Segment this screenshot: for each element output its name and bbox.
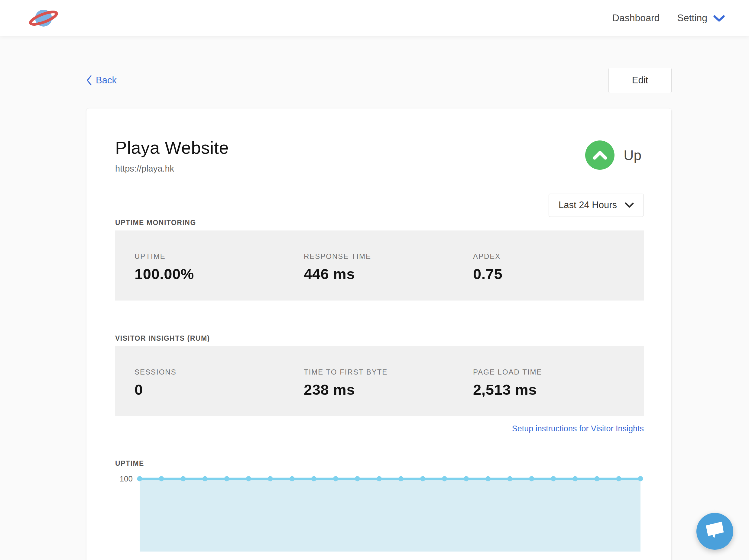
stat-apdex: APDEX 0.75 bbox=[454, 230, 508, 300]
chat-widget-button[interactable] bbox=[697, 513, 733, 550]
setup-instructions-link[interactable]: Setup instructions for Visitor Insights bbox=[512, 424, 644, 433]
visitor-insights-section-title: VISITOR INSIGHTS (RUM) bbox=[115, 334, 644, 342]
app-logo[interactable] bbox=[24, 4, 64, 31]
status-badge: Up bbox=[585, 140, 641, 170]
time-range-select[interactable]: Last 24 Hours bbox=[549, 194, 644, 217]
back-label: Back bbox=[96, 75, 117, 86]
time-range-value: Last 24 Hours bbox=[559, 200, 617, 210]
stat-sessions: SESSIONS 0 bbox=[115, 346, 284, 416]
stat-page-load: PAGE LOAD TIME 2,513 ms bbox=[454, 346, 548, 416]
stat-value: 100.00% bbox=[134, 266, 278, 283]
main-nav: Dashboard Setting bbox=[613, 13, 725, 24]
time-range-row: Last 24 Hours bbox=[115, 194, 644, 217]
stat-uptime: UPTIME 100.00% bbox=[115, 230, 284, 300]
monitor-url: https://playa.hk bbox=[115, 164, 229, 174]
uptime-monitoring-section-title: UPTIME MONITORING bbox=[115, 219, 644, 227]
nav-item-dashboard[interactable]: Dashboard bbox=[613, 13, 660, 24]
nav-item-setting[interactable]: Setting bbox=[677, 13, 725, 24]
visitor-insights-panel: SESSIONS 0 TIME TO FIRST BYTE 238 ms PAG… bbox=[115, 346, 644, 416]
stat-label: TIME TO FIRST BYTE bbox=[304, 368, 448, 376]
uptime-chart-plot[interactable] bbox=[137, 476, 643, 552]
y-axis-tick-100: 100 bbox=[118, 474, 133, 484]
stat-ttfb: TIME TO FIRST BYTE 238 ms bbox=[284, 346, 454, 416]
uptime-monitoring-panel: UPTIME 100.00% RESPONSE TIME 446 ms APDE… bbox=[115, 230, 644, 300]
stat-value: 238 ms bbox=[304, 381, 448, 398]
stat-label: UPTIME bbox=[134, 252, 278, 261]
stat-value: 0.75 bbox=[473, 266, 502, 283]
stat-label: SESSIONS bbox=[134, 368, 278, 376]
card-header: Playa Website https://playa.hk Up bbox=[115, 139, 644, 174]
chat-bubble-icon bbox=[703, 520, 727, 542]
chevron-up-status-icon bbox=[593, 150, 607, 160]
back-link[interactable]: Back bbox=[86, 75, 117, 86]
top-header: Dashboard Setting bbox=[0, 0, 749, 36]
stat-value: 446 ms bbox=[304, 266, 448, 283]
page-toolbar: Back Edit bbox=[86, 67, 671, 93]
chevron-down-icon bbox=[625, 202, 634, 208]
status-label: Up bbox=[624, 147, 641, 163]
stat-label: RESPONSE TIME bbox=[304, 252, 448, 261]
nav-dashboard-label: Dashboard bbox=[613, 13, 660, 24]
edit-button[interactable]: Edit bbox=[608, 68, 671, 93]
planet-logo-icon bbox=[24, 4, 64, 31]
stat-label: APDEX bbox=[473, 252, 502, 261]
monitor-card: Playa Website https://playa.hk Up Last 2… bbox=[86, 108, 671, 560]
chevron-left-icon bbox=[86, 75, 92, 86]
setup-link-row: Setup instructions for Visitor Insights bbox=[115, 424, 644, 433]
uptime-chart-section-title: UPTIME bbox=[115, 460, 644, 468]
status-up-circle bbox=[585, 140, 615, 170]
monitor-title: Playa Website bbox=[115, 139, 229, 157]
content-column: Back Edit Playa Website https://playa.hk… bbox=[86, 67, 671, 560]
chevron-down-icon bbox=[713, 15, 725, 22]
page: Dashboard Setting Back Edit bbox=[0, 0, 749, 560]
monitor-identity: Playa Website https://playa.hk bbox=[115, 139, 229, 174]
uptime-chart: 100 bbox=[115, 476, 644, 552]
stat-value: 2,513 ms bbox=[473, 381, 542, 398]
stat-response-time: RESPONSE TIME 446 ms bbox=[284, 230, 454, 300]
stat-value: 0 bbox=[134, 381, 278, 398]
stat-label: PAGE LOAD TIME bbox=[473, 368, 542, 376]
nav-setting-label: Setting bbox=[677, 13, 707, 24]
